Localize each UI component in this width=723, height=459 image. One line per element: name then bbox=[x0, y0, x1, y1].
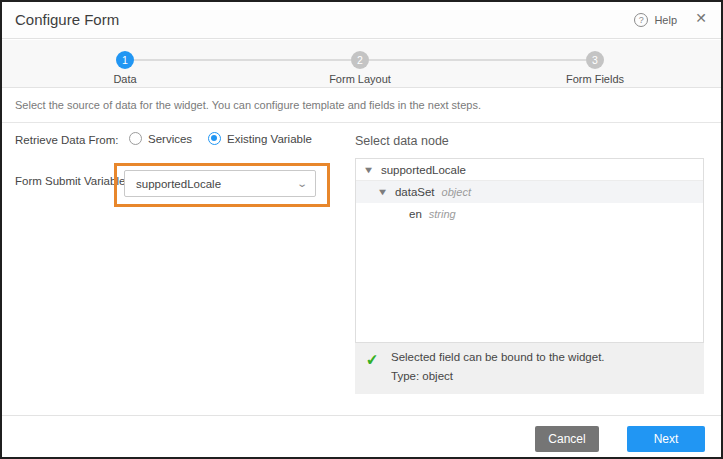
tree-node-type: string bbox=[429, 208, 456, 220]
radio-existing-variable[interactable]: Existing Variable bbox=[208, 132, 312, 145]
step-1-circle[interactable]: 1 bbox=[116, 51, 134, 69]
stepper-connector-1 bbox=[134, 59, 351, 61]
radio-existing-variable-circle[interactable] bbox=[208, 132, 221, 145]
expand-arrow-icon[interactable]: ▼ bbox=[377, 187, 389, 197]
step-1-label: Data bbox=[65, 73, 185, 85]
dialog-header: Configure Form ? Help ✕ bbox=[2, 2, 721, 39]
validation-message: Selected field can be bound to the widge… bbox=[391, 351, 605, 363]
help-icon[interactable]: ? bbox=[634, 13, 648, 27]
footer-divider bbox=[2, 415, 721, 416]
radio-services-label[interactable]: Services bbox=[148, 133, 192, 145]
tree-row-en[interactable]: en string bbox=[356, 203, 703, 225]
form-submit-variable-label: Form Submit Variable: bbox=[15, 175, 129, 187]
chevron-down-icon[interactable]: ⌄ bbox=[296, 178, 308, 189]
step-2-circle[interactable]: 2 bbox=[351, 51, 369, 69]
tree-row-dataset[interactable]: ▼ dataSet object bbox=[356, 181, 703, 203]
tree-node-label[interactable]: dataSet bbox=[395, 186, 435, 198]
help-label[interactable]: Help bbox=[654, 14, 677, 26]
select-data-node-heading: Select data node bbox=[355, 134, 449, 148]
step-2-label: Form Layout bbox=[300, 73, 420, 85]
validation-type-line: Type: object bbox=[391, 370, 453, 382]
tree-node-type: object bbox=[442, 186, 471, 198]
description-text: Select the source of data for the widget… bbox=[15, 99, 481, 111]
data-node-tree: ▼ supportedLocale ▼ dataSet object en st… bbox=[355, 158, 704, 343]
step-3-label: Form Fields bbox=[535, 73, 655, 85]
validation-message-box: ✔ Selected field can be bound to the wid… bbox=[355, 343, 704, 394]
tree-row-supportedlocale[interactable]: ▼ supportedLocale bbox=[356, 159, 703, 181]
tree-node-label[interactable]: supportedLocale bbox=[381, 164, 466, 176]
configure-form-dialog: Configure Form ? Help ✕ 1 2 3 Data Form … bbox=[0, 0, 723, 459]
wizard-stepper: 1 2 3 Data Form Layout Form Fields bbox=[2, 40, 721, 88]
step-3-circle[interactable]: 3 bbox=[586, 51, 604, 69]
next-button[interactable]: Next bbox=[627, 426, 705, 452]
expand-arrow-icon[interactable]: ▼ bbox=[363, 165, 375, 175]
stepper-connector-2 bbox=[369, 59, 586, 61]
tree-node-label[interactable]: en bbox=[409, 208, 422, 220]
help-button[interactable]: ? Help bbox=[634, 10, 677, 30]
retrieve-data-from-label: Retrieve Data From: bbox=[15, 134, 119, 146]
close-icon[interactable]: ✕ bbox=[693, 10, 709, 26]
radio-existing-variable-label[interactable]: Existing Variable bbox=[227, 133, 312, 145]
radio-services[interactable]: Services bbox=[129, 132, 192, 145]
form-submit-variable-select[interactable]: supportedLocale ⌄ bbox=[124, 170, 316, 197]
form-submit-variable-value[interactable]: supportedLocale bbox=[136, 178, 298, 190]
cancel-button[interactable]: Cancel bbox=[535, 426, 599, 452]
check-icon: ✔ bbox=[365, 350, 379, 369]
radio-services-circle[interactable] bbox=[129, 132, 142, 145]
retrieve-data-radio-group: Services Existing Variable bbox=[129, 132, 312, 145]
description-bar: Select the source of data for the widget… bbox=[2, 89, 721, 123]
page-title: Configure Form bbox=[15, 11, 119, 28]
